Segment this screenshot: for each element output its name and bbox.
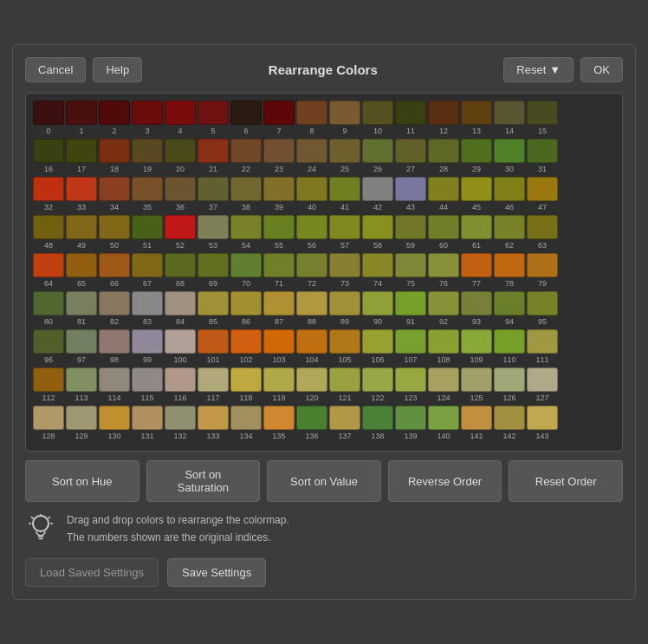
color-cell[interactable]: 128: [33, 406, 64, 440]
color-cell[interactable]: 37: [198, 177, 229, 211]
color-cell[interactable]: 132: [165, 406, 196, 440]
color-cell[interactable]: 14: [494, 101, 525, 135]
color-cell[interactable]: 122: [362, 368, 393, 402]
color-cell[interactable]: 79: [527, 253, 558, 288]
color-cell[interactable]: 6: [230, 101, 262, 135]
color-cell[interactable]: 29: [461, 139, 492, 173]
color-cell[interactable]: 119: [263, 368, 295, 402]
color-cell[interactable]: 17: [66, 139, 97, 173]
color-cell[interactable]: 49: [66, 215, 97, 250]
color-cell[interactable]: 4: [165, 101, 196, 135]
color-cell[interactable]: 112: [33, 368, 64, 402]
color-cell[interactable]: 77: [461, 253, 492, 288]
reset-button[interactable]: Reset ▼: [503, 57, 573, 82]
color-cell[interactable]: 67: [132, 253, 163, 288]
color-cell[interactable]: 32: [33, 177, 64, 211]
color-cell[interactable]: 115: [132, 368, 163, 402]
color-cell[interactable]: 142: [494, 406, 525, 440]
color-cell[interactable]: 127: [527, 368, 558, 402]
color-cell[interactable]: 27: [395, 139, 426, 173]
color-cell[interactable]: 96: [33, 329, 64, 364]
color-cell[interactable]: 114: [99, 368, 130, 402]
color-cell[interactable]: 56: [296, 215, 327, 250]
color-cell[interactable]: 117: [198, 368, 229, 402]
color-cell[interactable]: 111: [527, 329, 558, 364]
color-cell[interactable]: 108: [428, 329, 459, 364]
reset-order-button[interactable]: Reset Order: [509, 460, 623, 502]
color-cell[interactable]: 61: [461, 215, 492, 250]
color-cell[interactable]: 50: [99, 215, 130, 250]
color-cell[interactable]: 125: [461, 368, 492, 402]
color-cell[interactable]: 57: [329, 215, 360, 250]
color-cell[interactable]: 48: [33, 215, 64, 250]
color-cell[interactable]: 26: [362, 139, 393, 173]
color-cell[interactable]: 133: [198, 406, 229, 440]
color-cell[interactable]: 11: [395, 101, 426, 135]
color-cell[interactable]: 34: [99, 177, 130, 211]
color-cell[interactable]: 87: [263, 291, 295, 326]
color-cell[interactable]: 131: [132, 406, 163, 440]
color-cell[interactable]: 44: [428, 177, 459, 211]
color-cell[interactable]: 138: [362, 406, 393, 440]
color-cell[interactable]: 18: [99, 139, 130, 173]
color-cell[interactable]: 43: [395, 177, 426, 211]
color-cell[interactable]: 124: [428, 368, 459, 402]
color-cell[interactable]: 137: [329, 406, 360, 440]
color-cell[interactable]: 0: [33, 101, 64, 135]
color-cell[interactable]: 120: [296, 368, 327, 402]
color-cell[interactable]: 88: [296, 291, 327, 326]
color-cell[interactable]: 141: [461, 406, 492, 440]
color-cell[interactable]: 95: [527, 291, 558, 326]
color-cell[interactable]: 73: [329, 253, 360, 288]
color-cell[interactable]: 134: [230, 406, 262, 440]
color-cell[interactable]: 58: [362, 215, 393, 250]
color-cell[interactable]: 90: [362, 291, 393, 326]
color-cell[interactable]: 21: [198, 139, 229, 173]
color-cell[interactable]: 41: [329, 177, 360, 211]
color-cell[interactable]: 104: [296, 329, 327, 364]
color-cell[interactable]: 140: [428, 406, 459, 440]
color-cell[interactable]: 136: [296, 406, 327, 440]
color-cell[interactable]: 16: [33, 139, 64, 173]
color-cell[interactable]: 8: [296, 101, 327, 135]
color-cell[interactable]: 70: [230, 253, 262, 288]
color-cell[interactable]: 64: [33, 253, 64, 288]
color-cell[interactable]: 30: [494, 139, 525, 173]
color-cell[interactable]: 2: [99, 101, 130, 135]
color-cell[interactable]: 63: [527, 215, 558, 250]
reverse-order-button[interactable]: Reverse Order: [388, 460, 502, 502]
color-cell[interactable]: 126: [494, 368, 525, 402]
color-cell[interactable]: 45: [461, 177, 492, 211]
color-cell[interactable]: 13: [461, 101, 492, 135]
sort-hue-button[interactable]: Sort on Hue: [25, 460, 139, 502]
color-cell[interactable]: 80: [33, 291, 64, 326]
color-cell[interactable]: 15: [527, 101, 558, 135]
color-cell[interactable]: 89: [329, 291, 360, 326]
color-cell[interactable]: 113: [66, 368, 97, 402]
color-cell[interactable]: 9: [329, 101, 360, 135]
color-cell[interactable]: 99: [132, 329, 163, 364]
color-cell[interactable]: 40: [296, 177, 327, 211]
color-cell[interactable]: 85: [198, 291, 229, 326]
color-cell[interactable]: 139: [395, 406, 426, 440]
color-cell[interactable]: 38: [230, 177, 262, 211]
color-cell[interactable]: 59: [395, 215, 426, 250]
color-cell[interactable]: 91: [395, 291, 426, 326]
color-cell[interactable]: 39: [263, 177, 295, 211]
color-cell[interactable]: 121: [329, 368, 360, 402]
color-cell[interactable]: 65: [66, 253, 97, 288]
color-cell[interactable]: 82: [99, 291, 130, 326]
color-cell[interactable]: 71: [263, 253, 295, 288]
color-cell[interactable]: 12: [428, 101, 459, 135]
color-cell[interactable]: 19: [132, 139, 163, 173]
color-cell[interactable]: 23: [263, 139, 295, 173]
color-cell[interactable]: 62: [494, 215, 525, 250]
color-cell[interactable]: 123: [395, 368, 426, 402]
color-cell[interactable]: 76: [428, 253, 459, 288]
sort-value-button[interactable]: Sort on Value: [267, 460, 381, 502]
color-cell[interactable]: 107: [395, 329, 426, 364]
color-cell[interactable]: 129: [66, 406, 97, 440]
color-cell[interactable]: 28: [428, 139, 459, 173]
color-cell[interactable]: 101: [198, 329, 229, 364]
color-cell[interactable]: 7: [263, 101, 295, 135]
